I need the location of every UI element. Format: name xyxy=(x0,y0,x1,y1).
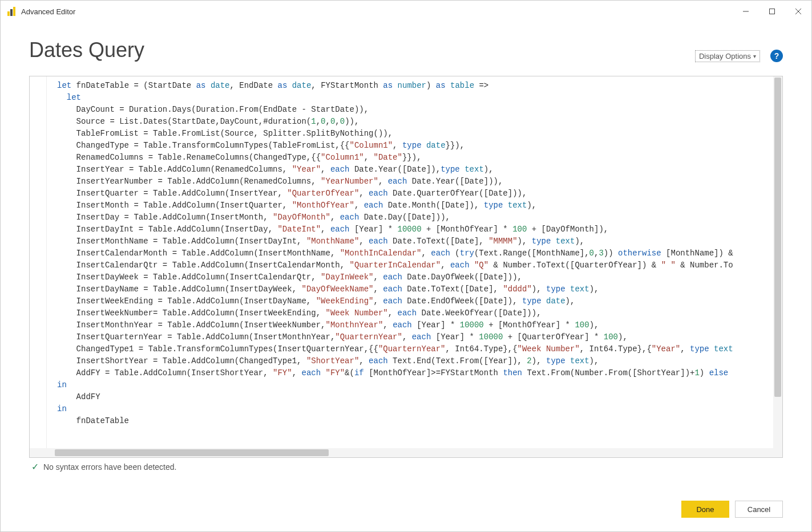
done-button[interactable]: Done xyxy=(681,501,729,518)
editor: let fnDateTable = (StartDate as date, En… xyxy=(29,76,783,458)
svg-rect-1 xyxy=(770,9,775,14)
query-title: Dates Query xyxy=(29,38,144,62)
horizontal-scroll-thumb[interactable] xyxy=(55,449,329,456)
content: Dates Query Display Options ▾ ? let fnDa… xyxy=(1,22,811,484)
status-bar: ✓ No syntax errors have been detected. xyxy=(29,458,783,472)
gutter xyxy=(30,76,55,448)
code-input[interactable]: let fnDateTable = (StartDate as date, En… xyxy=(55,76,773,448)
display-options-label: Display Options xyxy=(699,52,751,60)
check-icon: ✓ xyxy=(31,461,39,472)
maximize-button[interactable] xyxy=(759,1,785,22)
titlebar-left: Advanced Editor xyxy=(7,7,75,16)
footer: Done Cancel xyxy=(1,484,811,531)
chevron-down-icon: ▾ xyxy=(753,53,756,59)
window-controls xyxy=(733,1,811,22)
help-icon[interactable]: ? xyxy=(770,50,783,62)
vertical-scroll-thumb[interactable] xyxy=(774,78,781,397)
header-row: Dates Query Display Options ▾ ? xyxy=(29,38,783,62)
minimize-button[interactable] xyxy=(733,1,759,22)
app-icon xyxy=(7,7,17,16)
cancel-button[interactable]: Cancel xyxy=(735,501,783,518)
status-message: No syntax errors have been detected. xyxy=(43,462,176,472)
horizontal-scrollbar[interactable] xyxy=(30,448,782,457)
vertical-scrollbar[interactable] xyxy=(773,76,782,448)
window-title: Advanced Editor xyxy=(21,7,75,16)
code-area: let fnDateTable = (StartDate as date, En… xyxy=(30,76,782,448)
header-right: Display Options ▾ ? xyxy=(695,50,783,62)
titlebar: Advanced Editor xyxy=(1,1,811,22)
close-button[interactable] xyxy=(785,1,811,22)
display-options-dropdown[interactable]: Display Options ▾ xyxy=(695,50,760,62)
window: Advanced Editor Dates Query Display Opti… xyxy=(0,0,812,532)
